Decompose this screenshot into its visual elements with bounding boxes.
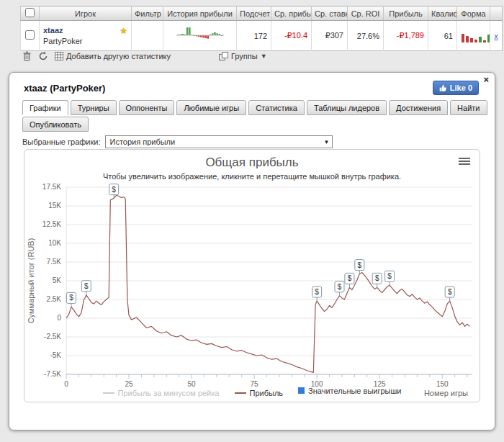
add-statistic-label: Добавить другую статистику <box>66 52 171 60</box>
tab-charts[interactable]: Графики <box>22 100 68 115</box>
legend-item-profit[interactable]: Прибыль <box>235 389 284 397</box>
like-label: Like 0 <box>450 84 472 92</box>
refresh-icon <box>38 51 48 61</box>
header-qualified[interactable]: Квалиф <box>428 6 457 21</box>
svg-text:7.5K: 7.5K <box>46 258 61 266</box>
chart-legend: Прибыль за минусом рейка Прибыль Значите… <box>24 387 480 398</box>
panel-title: xtaaz (PartyPoker) <box>24 83 105 94</box>
player-site: PartyPoker <box>43 37 127 45</box>
tab-statistics[interactable]: Статистика <box>248 100 305 115</box>
header-spacer <box>490 6 503 21</box>
avg-stake-value: ₽307 <box>312 21 348 51</box>
medal-icon: ★ <box>120 26 127 36</box>
profit-sparkline-chart <box>176 26 224 45</box>
svg-text:$: $ <box>348 274 352 282</box>
count-value: 172 <box>237 21 271 51</box>
groups-icon <box>219 52 228 60</box>
svg-text:17.5K: 17.5K <box>42 183 61 191</box>
svg-text:$: $ <box>112 186 116 194</box>
chart-type-selected-value: История прибыли <box>109 137 175 146</box>
svg-text:0: 0 <box>57 314 61 322</box>
delete-button[interactable] <box>22 51 32 61</box>
chart-subtitle: Чтобы увеличить изображение, кликните и … <box>24 172 480 181</box>
stats-table: Игрок Фильтр История прибыли Подсчет Ср.… <box>20 6 503 51</box>
select-all-checkbox[interactable] <box>25 8 35 17</box>
svg-text:-7.5K: -7.5K <box>44 370 61 378</box>
table-row: ★ xtaaz PartyPoker 172 -₽10.4 ₽307 27.6%… <box>21 21 503 51</box>
svg-text:$: $ <box>69 294 73 302</box>
filter-cell[interactable] <box>132 21 163 51</box>
like-button[interactable]: Like 0 <box>433 81 479 95</box>
player-cell[interactable]: ★ xtaaz PartyPoker <box>40 21 132 51</box>
profit-value: -₽1,789 <box>384 21 428 51</box>
svg-text:2.5K: 2.5K <box>46 295 61 303</box>
svg-text:$: $ <box>387 272 392 280</box>
tab-find[interactable]: Найти <box>450 100 487 115</box>
tab-leaderboards[interactable]: Таблицы лидеров <box>307 100 387 115</box>
svg-text:-5K: -5K <box>50 351 61 359</box>
header-count[interactable]: Подсчет <box>237 6 271 21</box>
select-arrow-icon: ▼ <box>324 139 330 145</box>
chart-select-label: Выбранные графики: <box>22 137 100 146</box>
header-history[interactable]: История прибыли <box>163 6 237 21</box>
header-profit[interactable]: Прибыль <box>384 6 428 21</box>
tab-opponents[interactable]: Оппоненты <box>119 100 175 115</box>
player-panel: xtaaz (PartyPoker) × Like 0 Графики Турн… <box>9 72 495 430</box>
header-avg-roi[interactable]: Ср. ROI <box>348 6 384 21</box>
chevron-down-icon: ▼ <box>261 53 267 60</box>
collapse-cell[interactable]: x <box>490 21 503 51</box>
groups-label: Группы <box>231 52 258 60</box>
chart-select-row: Выбранные графики: История прибыли ▼ <box>22 135 333 148</box>
thumb-up-icon <box>439 84 447 92</box>
svg-text:$: $ <box>358 261 362 269</box>
profit-chart-panel: Общая прибыль Чтобы увеличить изображени… <box>24 149 480 402</box>
collapse-link[interactable]: x <box>494 32 498 40</box>
chart-menu-icon[interactable] <box>459 158 470 166</box>
form-cell <box>457 21 490 51</box>
header-filter[interactable]: Фильтр <box>132 6 163 21</box>
tab-favorite-games[interactable]: Любимые игры <box>176 100 246 115</box>
legend-swatch-profit <box>235 392 246 394</box>
trash-icon <box>22 51 32 61</box>
tab-achievements[interactable]: Достижения <box>389 100 448 115</box>
header-form[interactable]: Форма <box>457 6 490 21</box>
profit-line-chart[interactable]: -7.5K-5K-2.5K02.5K5K7.5K10K12.5K15K17.5K… <box>24 181 480 392</box>
svg-text:15K: 15K <box>48 202 61 209</box>
header-player[interactable]: Игрок <box>40 6 132 21</box>
chart-title: Общая прибыль <box>24 155 480 170</box>
legend-swatch-rake <box>103 392 114 394</box>
avg-profit-value: -₽10.4 <box>271 21 312 51</box>
tab-bar-secondary: Опубликовать <box>22 117 89 132</box>
row-checkbox[interactable] <box>25 30 35 40</box>
svg-text:$: $ <box>375 274 379 282</box>
svg-text:Суммарный итог (RUB): Суммарный итог (RUB) <box>27 238 35 324</box>
svg-text:$: $ <box>315 288 319 296</box>
legend-swatch-big-wins <box>298 387 305 394</box>
tab-tournaments[interactable]: Турниры <box>71 100 117 115</box>
history-sparkline-cell[interactable] <box>163 21 237 51</box>
legend-item-big-wins[interactable]: Значительные выигрыши <box>298 387 401 395</box>
legend-label-profit: Прибыль <box>250 389 284 397</box>
svg-text:5K: 5K <box>53 276 62 284</box>
svg-text:$: $ <box>338 283 342 291</box>
close-icon[interactable]: × <box>483 74 489 85</box>
refresh-button[interactable] <box>38 51 48 61</box>
x-axis-title: Номер игры <box>424 389 468 397</box>
legend-label-big-wins: Значительные выигрыши <box>308 387 401 395</box>
add-table-icon <box>55 52 63 60</box>
form-mini-chart <box>461 27 490 44</box>
svg-text:-2.5K: -2.5K <box>44 333 61 340</box>
svg-text:12.5K: 12.5K <box>42 220 61 228</box>
header-avg-stake[interactable]: Ср. ставка <box>312 6 348 21</box>
table-header-row: Игрок Фильтр История прибыли Подсчет Ср.… <box>21 6 503 21</box>
svg-text:$: $ <box>84 282 89 290</box>
header-avg-profit[interactable]: Ср. прибыль <box>271 6 312 21</box>
groups-button[interactable]: Группы ▼ <box>219 52 267 60</box>
legend-label-rake: Прибыль за минусом рейка <box>118 389 220 397</box>
chart-type-select[interactable]: История прибыли ▼ <box>105 135 333 148</box>
player-name[interactable]: xtaaz <box>43 26 127 35</box>
add-statistic-button[interactable]: Добавить другую статистику <box>55 52 171 60</box>
tab-publish[interactable]: Опубликовать <box>22 117 89 132</box>
legend-item-rake[interactable]: Прибыль за минусом рейка <box>103 389 220 397</box>
header-select-all[interactable] <box>21 6 40 21</box>
